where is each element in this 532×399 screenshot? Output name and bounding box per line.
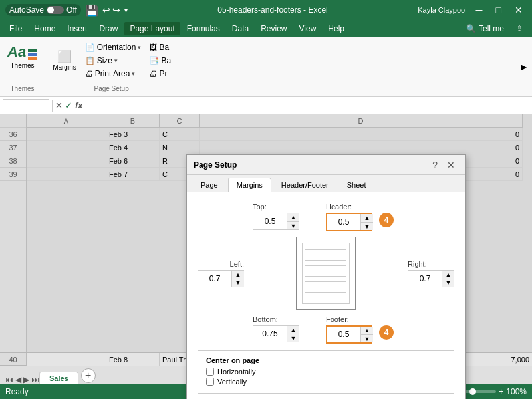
dialog-tab-sheet[interactable]: Sheet (338, 178, 375, 192)
confirm-formula-icon[interactable]: ✓ (65, 100, 72, 110)
dialog-title-buttons: ? ✕ (429, 158, 458, 172)
dialog-tab-headerfooter[interactable]: Header/Footer (273, 178, 337, 192)
top-margin-spin-btns: ▲ ▼ (287, 213, 299, 229)
page-preview (296, 237, 356, 310)
themes-section: Aa Themes (4, 41, 41, 71)
status-left: Ready (5, 387, 29, 396)
redo-icon[interactable]: ↪ (112, 5, 120, 15)
print-area-button[interactable]: 🖨 Print Area ▾ (82, 68, 144, 80)
close-btn[interactable]: ✕ (511, 3, 527, 17)
tab-next-icon[interactable]: ▶ (23, 375, 29, 384)
orientation-button[interactable]: 📄 Orientation ▾ (82, 41, 144, 53)
top-margin-up[interactable]: ▲ (287, 213, 299, 221)
menu-draw[interactable]: Draw (94, 22, 123, 35)
header-margin-input[interactable] (327, 216, 360, 228)
vertically-label: Vertically (217, 378, 247, 386)
ribbon-scroll-arrow[interactable]: ▶ (521, 40, 532, 94)
formula-bar: ✕ ✓ fx (0, 97, 532, 114)
bottom-margin-spinner[interactable]: ▲ ▼ (253, 325, 299, 342)
footer-badge-4: 4 (379, 325, 394, 340)
themes-group-label: Themes (11, 82, 35, 92)
autosave-toggle-switch[interactable] (47, 6, 64, 14)
left-margin-input[interactable] (198, 273, 231, 285)
footer-margin-spin-btns: ▲ ▼ (360, 327, 373, 342)
name-box[interactable] (3, 99, 49, 112)
themes-button[interactable]: Aa Themes (4, 41, 41, 71)
menu-review[interactable]: Review (255, 22, 292, 35)
footer-margin-down[interactable]: ▼ (361, 334, 373, 342)
left-margin-down[interactable]: ▼ (232, 279, 244, 287)
horizontally-checkbox[interactable] (206, 368, 214, 376)
header-margin-label: Header: (326, 203, 372, 211)
vertically-checkbox[interactable] (206, 378, 214, 386)
quick-access-more[interactable]: ▾ (124, 7, 128, 14)
minimize-btn[interactable]: ─ (472, 3, 487, 17)
left-margin-label: Left: (230, 260, 244, 268)
right-margin-up[interactable]: ▲ (442, 271, 454, 279)
right-margin-field: Right: ▲ ▼ (408, 260, 454, 287)
center-on-page-label: Center on page (206, 356, 446, 364)
menu-search[interactable]: 🔍 Tell me (461, 22, 509, 35)
dialog-tab-page[interactable]: Page (192, 178, 227, 192)
right-margin-down[interactable]: ▼ (442, 279, 454, 287)
title-bar-filename: 05-headers-and-footers - Excel (217, 5, 327, 15)
menu-page-layout[interactable]: Page Layout (124, 22, 180, 35)
footer-margin-input[interactable] (327, 329, 360, 340)
tab-prev-icon[interactable]: ◀ (15, 375, 21, 384)
tab-first-icon[interactable]: ⏮ (5, 375, 13, 384)
zoom-level[interactable]: 100% (506, 387, 527, 396)
top-margin-input[interactable] (253, 215, 287, 227)
menu-formulas[interactable]: Formulas (182, 22, 225, 35)
menu-view[interactable]: View (294, 22, 322, 35)
page-setup-top-row: ⬜ Margins 📄 Orientation ▾ 📋 Size ▾ 🖨 Pri… (49, 41, 174, 80)
insert-function-icon[interactable]: fx (75, 100, 83, 110)
footer-margin-spinner[interactable]: ▲ ▼ (326, 325, 372, 344)
middle-row: Left: ▲ ▼ (198, 237, 454, 310)
right-margin-input[interactable] (408, 273, 442, 285)
undo-icon[interactable]: ↩ (102, 5, 110, 15)
menu-share[interactable]: ⇪ (511, 22, 528, 35)
page-setup-small-btns: 📄 Orientation ▾ 📋 Size ▾ 🖨 Print Area ▾ (82, 41, 144, 80)
header-margin-down[interactable]: ▼ (361, 222, 373, 230)
maximize-btn[interactable]: □ (492, 3, 505, 17)
dialog-close-btn[interactable]: ✕ (444, 158, 458, 172)
header-margin-spinner[interactable]: ▲ ▼ (326, 213, 372, 231)
left-margin-up[interactable]: ▲ (232, 271, 244, 279)
dialog-tab-margins[interactable]: Margins (228, 178, 271, 192)
autosave-toggle[interactable]: AutoSave Off (5, 4, 81, 16)
right-margin-spinner[interactable]: ▲ ▼ (408, 270, 454, 287)
menu-insert[interactable]: Insert (62, 22, 92, 35)
footer-margin-up[interactable]: ▲ (361, 327, 373, 334)
margins-button[interactable]: ⬜ Margins (49, 49, 80, 73)
formula-input[interactable] (86, 101, 529, 110)
print-titles-button[interactable]: 🖨 Pr (146, 68, 174, 80)
bottom-margin-input[interactable] (253, 328, 287, 340)
left-margin-spin-btns: ▲ ▼ (231, 271, 244, 287)
menu-home[interactable]: Home (29, 22, 61, 35)
background-button[interactable]: 🖼 Ba (146, 41, 174, 53)
left-margin-spinner[interactable]: ▲ ▼ (198, 270, 244, 287)
bottom-margin-label: Bottom: (253, 315, 299, 323)
add-sheet-button[interactable]: + (81, 368, 96, 383)
dialog-help-btn[interactable]: ? (429, 158, 441, 172)
save-icon[interactable]: 💾 (85, 4, 98, 17)
size-button[interactable]: 📋 Size ▾ (82, 55, 144, 66)
menu-data[interactable]: Data (227, 22, 254, 35)
header-badge-4: 4 (379, 213, 394, 227)
cancel-formula-icon[interactable]: ✕ (55, 100, 63, 110)
breaks-button[interactable]: 📑 Ba (146, 55, 174, 66)
tab-last-icon[interactable]: ⏭ (31, 375, 39, 384)
formula-separator (52, 100, 53, 112)
menu-file[interactable]: File (4, 22, 27, 35)
menu-help[interactable]: Help (323, 22, 350, 35)
top-margin-down[interactable]: ▼ (287, 221, 299, 229)
top-margin-label: Top: (253, 203, 299, 211)
sheet-tab-sales[interactable]: Sales (39, 372, 78, 384)
zoom-in-icon[interactable]: + (499, 387, 503, 396)
bottom-margin-down[interactable]: ▼ (287, 334, 299, 342)
top-margin-spinner[interactable]: ▲ ▼ (253, 213, 299, 230)
header-margin-up[interactable]: ▲ (361, 214, 373, 222)
bottom-margin-up[interactable]: ▲ (287, 326, 299, 334)
ribbon-group-themes: Aa Themes Themes (0, 40, 45, 94)
formula-icons: ✕ ✓ fx (55, 100, 83, 110)
